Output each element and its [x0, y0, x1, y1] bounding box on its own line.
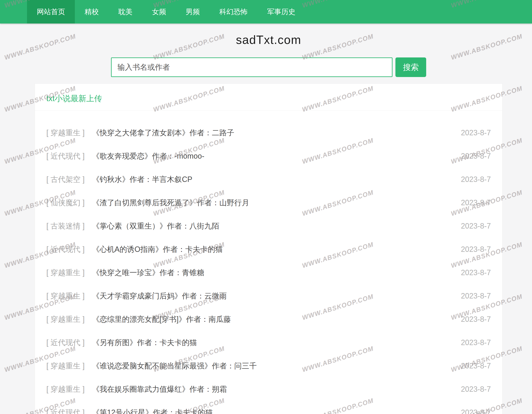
- novel-link[interactable]: 《谁说恋爱脑女配不能当星际最强》作者：问三千: [92, 361, 257, 371]
- upload-date: 2023-8-7: [461, 315, 491, 324]
- nav-item-3[interactable]: 女频: [142, 0, 176, 23]
- category-tag[interactable]: 近代现代: [46, 244, 85, 255]
- category-tag[interactable]: 穿越重生: [46, 128, 85, 138]
- novel-row: 穿越重生《快穿之唯一珍宝》作者：青锥糖2023-8-7: [46, 261, 491, 284]
- section-title: txt小说最新上传: [35, 84, 502, 111]
- novel-row: 穿越重生《谁说恋爱脑女配不能当星际最强》作者：问三千2023-8-7: [46, 354, 491, 378]
- novel-row: 古代架空《钓秋水》作者：半言木叙CP2023-8-7: [46, 168, 491, 191]
- upload-date: 2023-8-7: [461, 128, 491, 137]
- category-tag[interactable]: 穿越重生: [46, 291, 85, 301]
- novel-link[interactable]: 《歌友奔现爱恋》作者：-momoo-: [92, 151, 204, 161]
- upload-date: 2023-8-7: [461, 245, 491, 254]
- upload-date: 2023-8-7: [461, 408, 491, 414]
- upload-date: 2023-8-7: [461, 268, 491, 277]
- category-tag[interactable]: 近代现代: [46, 338, 85, 348]
- upload-date: 2023-8-7: [461, 175, 491, 184]
- novel-row: 古装迷情《掌心素（双重生）》作者：八街九陌2023-8-7: [46, 214, 491, 238]
- nav-item-4[interactable]: 男频: [176, 0, 209, 23]
- category-tag[interactable]: 近代现代: [46, 151, 85, 161]
- nav-item-2[interactable]: 耽美: [109, 0, 142, 23]
- novel-link[interactable]: 《心机A的诱O指南》作者：卡夫卡的猫: [92, 244, 223, 255]
- novel-list: 穿越重生《快穿之大佬拿了渣女剧本》作者：二路子2023-8-7近代现代《歌友奔现…: [35, 111, 502, 414]
- category-tag[interactable]: 穿越重生: [46, 314, 85, 325]
- novel-link[interactable]: 《天才学霸穿成豪门后妈》作者：云微雨: [92, 291, 227, 301]
- category-tag[interactable]: 穿越重生: [46, 384, 85, 394]
- upload-date: 2023-8-7: [461, 292, 491, 300]
- category-tag[interactable]: 古代架空: [46, 174, 85, 185]
- nav-item-0[interactable]: 网站首页: [27, 0, 75, 23]
- search-bar: 搜索: [35, 58, 503, 77]
- search-input[interactable]: [111, 58, 392, 77]
- novel-link[interactable]: 《我在娱乐圈靠武力值爆红》作者：朔霜: [92, 384, 227, 394]
- nav-item-6[interactable]: 军事历史: [257, 0, 305, 23]
- novel-link[interactable]: 《第12号小行星》作者：卡夫卡的猫: [92, 408, 213, 414]
- novel-link[interactable]: 《恋综里的漂亮女配[穿书]》作者：南瓜藤: [92, 314, 231, 325]
- novel-row: 近代现代《另有所图》作者：卡夫卡的猫2023-8-7: [46, 331, 491, 354]
- upload-date: 2023-8-7: [461, 222, 491, 230]
- novel-row: 近代现代《歌友奔现爱恋》作者：-momoo-2023-8-7: [46, 144, 491, 168]
- upload-date: 2023-8-7: [461, 362, 491, 370]
- top-navbar: 网站首页精校耽美女频男频科幻恐怖军事历史: [0, 0, 532, 23]
- novel-row: 穿越重生《我在娱乐圈靠武力值爆红》作者：朔霜2023-8-7: [46, 378, 491, 401]
- category-tag[interactable]: 穿越重生: [46, 361, 85, 371]
- nav-item-1[interactable]: 精校: [75, 0, 109, 23]
- site-logo: sadTxt.com: [35, 33, 503, 47]
- novel-row: 穿越重生《天才学霸穿成豪门后妈》作者：云微雨2023-8-7: [46, 284, 491, 308]
- category-tag[interactable]: 古装迷情: [46, 221, 85, 231]
- novel-link[interactable]: 《掌心素（双重生）》作者：八街九陌: [92, 221, 219, 231]
- novel-row: 穿越重生《恋综里的漂亮女配[穿书]》作者：南瓜藤2023-8-7: [46, 308, 491, 331]
- upload-date: 2023-8-7: [461, 385, 491, 394]
- main-column: sadTxt.com 搜索 txt小说最新上传 穿越重生《快穿之大佬拿了渣女剧本…: [35, 33, 503, 414]
- novel-row: 近代现代《第12号小行星》作者：卡夫卡的猫2023-8-7: [46, 401, 491, 414]
- category-tag[interactable]: 穿越重生: [46, 268, 85, 278]
- upload-date: 2023-8-7: [461, 338, 491, 347]
- novel-row: 仙侠魔幻《渣了白切黑剑尊后我死遁了》作者：山野行月2023-8-7: [46, 191, 491, 214]
- novel-row: 近代现代《心机A的诱O指南》作者：卡夫卡的猫2023-8-7: [46, 238, 491, 261]
- novel-link[interactable]: 《快穿之大佬拿了渣女剧本》作者：二路子: [92, 128, 234, 138]
- latest-uploads-card: txt小说最新上传 穿越重生《快穿之大佬拿了渣女剧本》作者：二路子2023-8-…: [35, 83, 503, 414]
- category-tag[interactable]: 近代现代: [46, 408, 85, 414]
- novel-link[interactable]: 《钓秋水》作者：半言木叙CP: [92, 174, 192, 185]
- search-button[interactable]: 搜索: [395, 58, 426, 77]
- novel-row: 穿越重生《快穿之大佬拿了渣女剧本》作者：二路子2023-8-7: [46, 121, 491, 144]
- upload-date: 2023-8-7: [461, 152, 491, 160]
- novel-link[interactable]: 《渣了白切黑剑尊后我死遁了》作者：山野行月: [92, 198, 249, 208]
- upload-date: 2023-8-7: [461, 198, 491, 207]
- novel-link[interactable]: 《快穿之唯一珍宝》作者：青锥糖: [92, 268, 204, 278]
- novel-link[interactable]: 《另有所图》作者：卡夫卡的猫: [92, 338, 197, 348]
- nav-item-5[interactable]: 科幻恐怖: [209, 0, 257, 23]
- category-tag[interactable]: 仙侠魔幻: [46, 198, 85, 208]
